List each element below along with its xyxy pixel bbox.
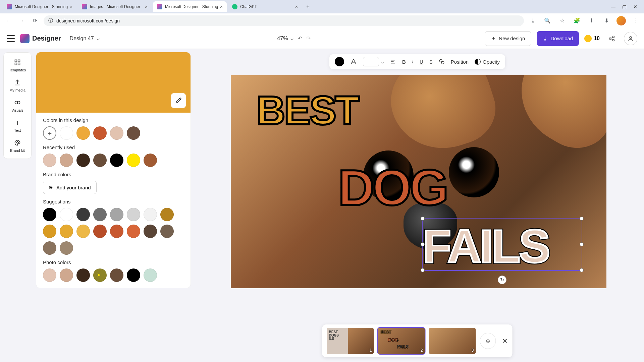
close-tray-button[interactable]: ✕ [502,337,508,345]
color-swatch[interactable] [43,241,56,255]
resize-handle[interactable] [580,217,584,221]
design-selector[interactable]: Design 47 ⌵ [66,33,103,44]
color-swatch[interactable] [76,225,90,238]
browser-tab[interactable]: Microsoft Designer - Stunning × [3,1,76,12]
color-swatch[interactable] [43,268,56,282]
rail-brand-kit[interactable]: Brand kit [7,136,28,155]
close-tab-icon[interactable]: × [295,4,298,9]
color-swatch[interactable] [144,268,157,282]
text-color-button[interactable] [335,57,344,66]
text-element-best[interactable]: BEST [256,87,358,133]
page-thumbnail[interactable]: 3 [429,328,476,354]
browser-tab[interactable]: ChatGPT × [228,1,302,12]
color-swatch[interactable] [76,268,90,282]
reload-button[interactable]: ⟳ [30,16,40,25]
color-swatch[interactable] [76,154,90,167]
effects-button[interactable] [439,59,445,65]
credits-display[interactable]: 10 [584,35,600,42]
menu-icon[interactable]: ⋮ [631,16,641,25]
close-tab-icon[interactable]: × [145,4,148,9]
downloads-progress-icon[interactable]: ⬇ [602,16,611,25]
resize-handle[interactable] [580,268,584,272]
close-tab-icon[interactable]: × [220,4,223,9]
color-swatch[interactable] [110,268,123,282]
color-swatch[interactable] [127,208,140,221]
color-swatch[interactable] [127,126,140,140]
color-swatch[interactable] [160,208,174,221]
color-swatch[interactable] [43,225,56,238]
page-thumbnail[interactable]: BESTDOGSILS 1 [327,328,374,354]
resize-handle[interactable] [421,268,425,272]
undo-button[interactable]: ↶ [298,35,302,42]
extensions-icon[interactable]: 🧩 [572,16,582,25]
rail-visuals[interactable]: Visuals [7,96,28,115]
color-swatch[interactable] [127,225,140,238]
opacity-button[interactable]: Opacity [475,59,500,65]
site-info-icon[interactable]: ⓘ [48,18,53,24]
resize-handle[interactable] [421,217,425,221]
color-swatch[interactable] [144,225,157,238]
color-swatch[interactable] [93,126,107,140]
downloads-icon[interactable]: ⭳ [587,16,596,25]
forward-button[interactable]: → [17,16,26,25]
install-app-icon[interactable]: ⤓ [528,16,537,25]
text-outline-button[interactable] [350,58,357,65]
color-swatch[interactable] [60,225,73,238]
rail-templates[interactable]: Templates [7,56,28,75]
rotate-handle[interactable]: ↻ [498,276,506,284]
color-swatch[interactable] [43,208,56,221]
add-color-button[interactable]: ＋ [43,126,56,140]
color-swatch[interactable] [93,154,107,167]
underline-button[interactable]: U [420,59,423,65]
color-swatch[interactable] [60,241,73,255]
zoom-icon[interactable]: 🔍 [543,16,552,25]
add-page-button[interactable]: ⊕ [480,333,496,349]
selection-box[interactable]: ↻ [422,218,582,271]
text-element-dog[interactable]: DOG [338,159,447,217]
color-swatch[interactable] [93,208,107,221]
browser-tab-active[interactable]: Microsoft Designer - Stunning × [153,1,227,12]
color-swatch[interactable] [76,208,90,221]
strikethrough-button[interactable]: S [429,59,433,65]
add-brand-button[interactable]: ⊕ Add your brand [43,181,97,194]
color-swatch[interactable] [110,126,123,140]
design-canvas[interactable]: BEST DOG FAILS FAILS ↻ [231,75,606,288]
color-swatch[interactable] [76,126,90,140]
address-bar[interactable]: ⓘ designer.microsoft.com/design [44,15,524,26]
bold-button[interactable]: B [402,59,406,65]
eyedropper-button[interactable] [171,93,186,108]
bookmark-icon[interactable]: ☆ [557,16,567,25]
rail-text[interactable]: Text [7,116,28,135]
download-button[interactable]: ⭳ Download [537,31,579,46]
back-button[interactable]: ← [3,16,13,25]
hamburger-menu[interactable] [7,35,15,42]
maximize-icon[interactable]: ▢ [622,4,627,9]
resize-handle[interactable] [580,242,584,246]
page-thumbnail-active[interactable]: BEST DOG FAILS 2 [378,328,425,354]
color-swatch[interactable] [60,154,73,167]
color-swatch[interactable]: ➤ [93,268,107,282]
color-swatch[interactable] [60,268,73,282]
color-swatch[interactable] [93,225,107,238]
share-button[interactable] [605,32,619,45]
color-swatch[interactable] [60,126,73,140]
color-swatch[interactable] [144,208,157,221]
align-button[interactable] [390,59,396,65]
color-swatch[interactable] [110,225,123,238]
minimize-icon[interactable]: — [611,4,615,9]
profile-avatar[interactable] [616,16,626,25]
color-swatch[interactable] [160,225,174,238]
resize-handle[interactable] [421,242,425,246]
rail-my-media[interactable]: My media [7,76,28,95]
close-window-icon[interactable]: ✕ [633,4,637,9]
account-button[interactable] [624,32,637,45]
color-swatch[interactable] [43,154,56,167]
color-swatch[interactable] [127,268,140,282]
app-logo[interactable]: Designer [20,34,61,43]
redo-button[interactable]: ↷ [306,35,311,42]
new-design-button[interactable]: ＋ New design [485,31,531,46]
font-size-dropdown[interactable]: ⌵ [363,57,384,66]
color-swatch[interactable] [144,154,157,167]
color-swatch[interactable] [127,154,140,167]
close-tab-icon[interactable]: × [70,4,72,9]
